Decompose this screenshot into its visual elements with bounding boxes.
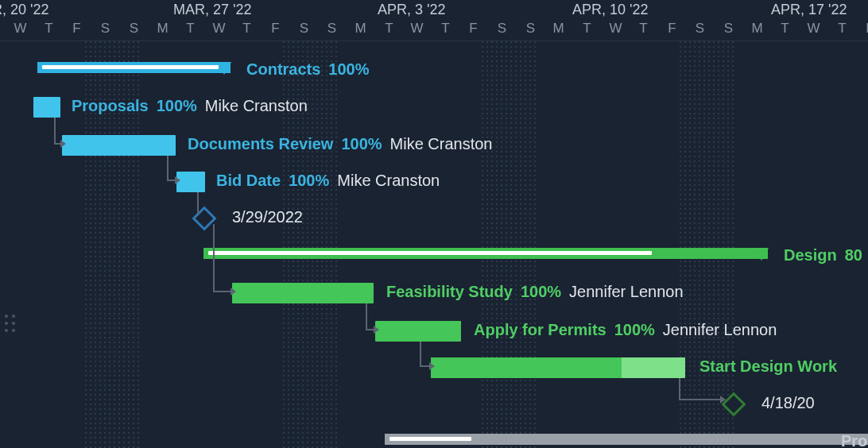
gantt-task-bar[interactable] — [232, 283, 374, 303]
gantt-task-label: Contracts100% — [246, 60, 370, 79]
timeline-day-label: T — [35, 21, 63, 37]
task-title: Documents Review — [188, 135, 333, 153]
dependency-connector — [420, 342, 421, 365]
gantt-task-label: Start Design Work — [699, 357, 837, 376]
task-title: Feasibility Study — [386, 283, 513, 301]
timeline-week-row: R, 20 '22MAR, 27 '22APR, 3 '22APR, 10 '2… — [0, 0, 868, 19]
gantt-task-label: Apply for Permits100%Jennifer Lennon — [474, 321, 777, 339]
timeline-day-label: M — [149, 21, 176, 37]
dependency-arrow-icon — [374, 326, 379, 334]
task-percent: 100% — [328, 60, 369, 79]
timeline-header: R, 20 '22MAR, 27 '22APR, 3 '22APR, 10 '2… — [0, 0, 868, 41]
task-percent: 100% — [341, 135, 382, 153]
timeline-day-label: T — [176, 21, 204, 37]
task-assignee: Mike Cranston — [205, 97, 308, 115]
timeline-day-label: S — [120, 21, 148, 37]
milestone-date-label: 3/29/2022 — [232, 208, 303, 226]
gantt-task-label: Documents Review100%Mike Cranston — [188, 135, 492, 153]
timeline-day-label: S — [318, 21, 346, 37]
dependency-connector — [213, 291, 232, 292]
task-assignee: Mike Cranston — [390, 135, 493, 153]
timeline-day-label: S — [91, 21, 119, 37]
timeline-day-label: W — [6, 21, 34, 37]
timeline-day-label: W — [205, 21, 233, 37]
dependency-connector — [167, 156, 169, 180]
dependency-connector — [366, 303, 367, 329]
gantt-task-row[interactable]: Apply for Permits100%Jennifer Lennon — [0, 318, 868, 346]
timeline-day-label: S — [715, 21, 742, 37]
timeline-day-label: S — [488, 21, 516, 37]
gantt-task-bar[interactable] — [176, 172, 205, 192]
gantt-chart-area[interactable]: Contracts100%Proposals100%Mike CranstonD… — [0, 41, 868, 448]
gantt-summary-bar[interactable] — [37, 62, 231, 76]
dependency-connector — [679, 378, 680, 399]
timeline-day-label: S — [290, 21, 318, 37]
timeline-day-label: W — [403, 21, 431, 37]
timeline-day-label: S — [517, 21, 544, 37]
gantt-summary-bar[interactable] — [385, 434, 868, 448]
gantt-task-bar[interactable] — [431, 357, 685, 378]
dependency-arrow-icon — [60, 140, 66, 148]
task-title: Pro — [841, 432, 867, 448]
task-percent: 100% — [289, 172, 329, 190]
timeline-day-label: T — [432, 21, 459, 37]
gantt-summary-row[interactable]: Design80 — [0, 243, 868, 272]
dependency-arrow-icon — [720, 396, 726, 404]
timeline-day-label: W — [800, 21, 827, 37]
timeline-day-label: T — [630, 21, 657, 37]
timeline-day-label: F — [459, 21, 487, 37]
task-title: Apply for Permits — [474, 321, 606, 339]
task-assignee: Mike Cranston — [337, 172, 440, 190]
timeline-day-label: T — [375, 21, 403, 37]
dependency-connector — [679, 399, 722, 400]
timeline-day-label: F — [856, 21, 868, 37]
timeline-day-label: F — [262, 21, 289, 37]
dependency-connector — [213, 224, 215, 291]
task-percent: 100% — [614, 321, 655, 339]
gantt-task-row[interactable]: Bid Date100%Mike Cranston — [0, 168, 868, 197]
gantt-task-row[interactable]: Proposals100%Mike Cranston — [0, 94, 868, 122]
timeline-day-row: WTFSSMTWTFSSMTWTFSSMTWTFSSMTWTF — [0, 19, 868, 41]
dependency-connector — [54, 118, 56, 143]
task-title: Proposals — [72, 97, 149, 115]
gantt-task-row[interactable]: Documents Review100%Mike Cranston — [0, 132, 868, 160]
task-title: Contracts — [246, 60, 320, 79]
timeline-week-label: R, 20 '22 — [0, 2, 48, 18]
timeline-week-label: APR, 10 '22 — [572, 2, 649, 18]
task-assignee: Jennifer Lennon — [663, 321, 777, 339]
task-percent: 100% — [521, 283, 561, 301]
gantt-summary-row[interactable]: Pro — [0, 429, 868, 448]
task-title: Bid Date — [216, 172, 281, 190]
gantt-task-label: Design80 — [784, 246, 862, 265]
gantt-task-bar[interactable] — [33, 97, 60, 118]
gantt-task-label: Feasibility Study100%Jennifer Lennon — [386, 283, 684, 301]
dependency-connector — [197, 192, 199, 211]
dependency-arrow-icon — [175, 176, 180, 184]
timeline-day-label: T — [828, 21, 856, 37]
timeline-day-label: W — [602, 21, 630, 37]
dependency-connector — [197, 211, 200, 213]
gantt-task-bar[interactable] — [62, 135, 176, 156]
task-title: Design — [784, 246, 837, 265]
dependency-arrow-icon — [429, 362, 435, 370]
task-assignee: Jennifer Lennon — [569, 283, 683, 301]
timeline-day-label: M — [743, 21, 771, 37]
gantt-task-label: Bid Date100%Mike Cranston — [216, 172, 440, 190]
timeline-day-label: T — [233, 21, 261, 37]
task-title: Start Design Work — [699, 357, 837, 376]
gantt-summary-bar[interactable] — [203, 248, 768, 262]
timeline-day-label: S — [686, 21, 714, 37]
gantt-milestone-row[interactable]: 4/18/20 — [0, 391, 868, 419]
gantt-summary-row[interactable]: Contracts100% — [0, 57, 868, 86]
gantt-task-row[interactable]: Feasibility Study100%Jennifer Lennon — [0, 280, 868, 308]
gantt-milestone-row[interactable]: 3/29/2022 — [0, 205, 868, 234]
gantt-task-label: Proposals100%Mike Cranston — [72, 97, 308, 115]
task-percent: 80 — [845, 246, 862, 265]
dependency-arrow-icon — [231, 288, 236, 295]
gantt-task-bar[interactable] — [375, 321, 461, 342]
timeline-day-label: F — [658, 21, 686, 37]
drag-handle-icon[interactable] — [5, 315, 14, 337]
timeline-day-label: M — [544, 21, 572, 37]
gantt-task-label: Pro — [841, 432, 867, 448]
timeline-week-label: APR, 3 '22 — [378, 2, 445, 18]
